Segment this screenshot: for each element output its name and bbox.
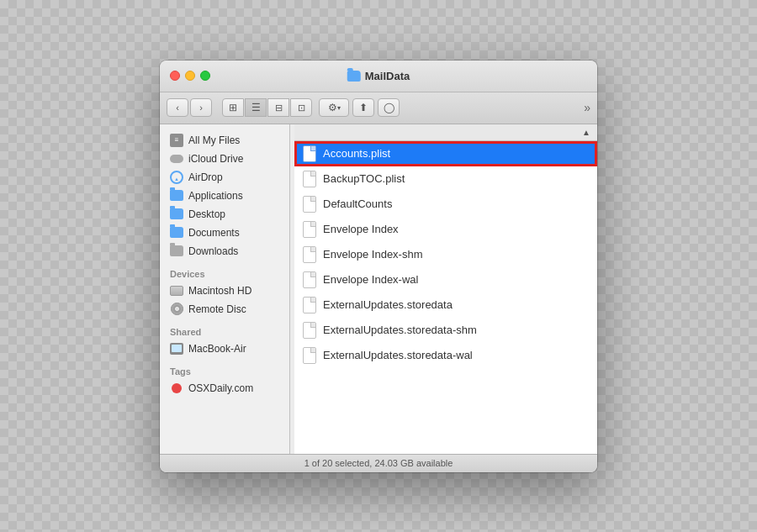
file-item-external-updates-wal[interactable]: ExternalUpdates.storedata-wal (294, 343, 597, 368)
coverflow-view-button[interactable]: ⊡ (290, 98, 312, 117)
list-view-button[interactable]: ☰ (245, 98, 267, 117)
file-icon (303, 322, 316, 339)
sidebar-item-osxdaily[interactable]: OSXDaily.com (160, 379, 289, 398)
file-list-header: ▲ (294, 124, 597, 141)
file-item-accounts-plist[interactable]: Accounts.plist (294, 141, 597, 166)
more-button[interactable]: » (584, 101, 590, 114)
file-item-external-updates-shm[interactable]: ExternalUpdates.storedata-shm (294, 318, 597, 343)
forward-button[interactable]: › (190, 98, 212, 117)
file-icon (303, 271, 316, 288)
monitor-icon (170, 343, 183, 355)
close-button[interactable] (170, 71, 180, 81)
file-list: Accounts.plist BackupTOC.plist DefaultCo… (294, 141, 597, 454)
file-icon (303, 246, 316, 263)
title-bar: MailData (160, 61, 597, 92)
disc-icon (171, 303, 183, 315)
tag-button[interactable]: ◯ (378, 98, 400, 117)
tag-icon (172, 383, 182, 393)
tags-section-label: Tags (160, 358, 289, 379)
file-item-envelope-index[interactable]: Envelope Index (294, 217, 597, 242)
sidebar-item-documents[interactable]: Documents (160, 224, 289, 242)
devices-section-label: Devices (160, 261, 289, 282)
status-bar: 1 of 20 selected, 24.03 GB available (160, 454, 597, 472)
maximize-button[interactable] (200, 71, 210, 81)
sidebar-item-macintosh-hd[interactable]: Macintosh HD (160, 282, 289, 300)
action-button[interactable]: ⚙▾ (319, 98, 349, 117)
toolbar: ‹ › ⊞ ☰ ⊟ ⊡ ⚙▾ ⬆ ◯ » (160, 92, 597, 124)
sidebar-item-airdrop[interactable]: AirDrop (160, 168, 289, 187)
file-item-external-updates[interactable]: ExternalUpdates.storedata (294, 292, 597, 318)
sidebar-item-desktop[interactable]: Desktop (160, 205, 289, 224)
file-icon (303, 196, 316, 213)
downloads-folder-icon (170, 245, 183, 256)
minimize-button[interactable] (185, 71, 195, 81)
all-my-files-icon: ≡ (170, 134, 183, 147)
sidebar-item-macbook-air[interactable]: MacBook-Air (160, 340, 289, 358)
sidebar-item-applications[interactable]: Applications (160, 187, 289, 205)
main-content: ≡ All My Files iCloud Drive AirDrop (160, 124, 597, 454)
column-view-button[interactable]: ⊟ (267, 98, 289, 117)
traffic-lights (170, 71, 210, 81)
sidebar-item-downloads[interactable]: Downloads (160, 242, 289, 261)
sidebar-item-all-my-files[interactable]: ≡ All My Files (160, 131, 289, 150)
desktop-folder-icon (170, 208, 183, 219)
sidebar-item-icloud[interactable]: iCloud Drive (160, 150, 289, 168)
file-item-backuptoc[interactable]: BackupTOC.plist (294, 166, 597, 192)
file-icon (303, 171, 316, 187)
documents-folder-icon (170, 227, 183, 238)
back-button[interactable]: ‹ (167, 98, 188, 117)
icloud-icon (170, 155, 183, 163)
nav-buttons: ‹ › (167, 98, 212, 117)
finder-window: MailData ‹ › ⊞ ☰ ⊟ ⊡ ⚙▾ ⬆ ◯ » (160, 61, 597, 472)
shared-section-label: Shared (160, 319, 289, 340)
applications-folder-icon (170, 190, 183, 201)
sidebar-item-remote-disc[interactable]: Remote Disc (160, 300, 289, 319)
airdrop-icon (170, 171, 183, 184)
file-icon (303, 347, 316, 364)
window-title: MailData (347, 70, 410, 82)
file-item-envelope-index-shm[interactable]: Envelope Index-shm (294, 242, 597, 267)
folder-icon (347, 71, 361, 82)
file-icon (303, 145, 316, 162)
view-buttons: ⊞ ☰ ⊟ ⊡ (222, 98, 312, 117)
icon-view-button[interactable]: ⊞ (222, 98, 244, 117)
file-item-envelope-index-wal[interactable]: Envelope Index-wal (294, 267, 597, 292)
file-item-defaultcounts[interactable]: DefaultCounts (294, 192, 597, 217)
sidebar: ≡ All My Files iCloud Drive AirDrop (160, 124, 290, 454)
file-list-container: ▲ Accounts.plist BackupTOC.plist Default… (294, 124, 597, 454)
sort-chevron[interactable]: ▲ (582, 128, 590, 137)
hd-icon (170, 286, 183, 296)
share-button[interactable]: ⬆ (352, 98, 374, 117)
file-icon (303, 221, 316, 238)
file-icon (303, 297, 316, 313)
